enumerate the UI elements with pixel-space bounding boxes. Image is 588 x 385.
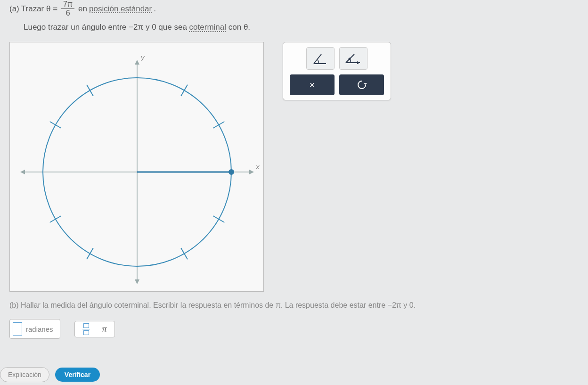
answer-input[interactable] — [13, 322, 22, 336]
verify-button[interactable]: Verificar — [55, 368, 100, 382]
answer-row: radianes π — [9, 319, 579, 339]
period: . — [154, 2, 156, 15]
part-a-label: (a) — [9, 2, 19, 15]
term-coterminal[interactable]: coterminal — [189, 23, 226, 32]
svg-line-7 — [213, 122, 224, 128]
x-axis-arrow-left — [20, 170, 25, 174]
answer-box[interactable]: radianes — [9, 319, 60, 339]
line2-prefix: Luego trazar un ángulo entre — [24, 23, 126, 32]
y-axis-arrow-down — [135, 279, 139, 284]
clear-button[interactable]: × — [290, 74, 335, 95]
svg-line-1 — [181, 248, 188, 259]
part-a-line1: (a) Trazar θ = 7π 6 en posición estándar… — [9, 0, 579, 17]
svg-line-2 — [87, 248, 93, 259]
unit-radianes: radianes — [26, 325, 53, 333]
part-b-text: (b) Hallar la medida del ángulo cotermin… — [9, 301, 579, 310]
and-word: y — [146, 23, 150, 32]
theta-fraction: 7π 6 — [61, 0, 74, 17]
ray-angle-tool-button[interactable] — [339, 47, 368, 70]
part-a-mid: en — [78, 2, 87, 15]
part-a-line2: Luego trazar un ángulo entre −2π y 0 que… — [24, 21, 579, 33]
svg-marker-8 — [357, 61, 360, 64]
fraction-top-icon — [83, 323, 89, 328]
pi-keypad-button[interactable]: π — [102, 324, 107, 335]
close-icon: × — [310, 80, 315, 90]
svg-line-3 — [50, 216, 61, 222]
y-axis-arrow-up — [135, 60, 139, 65]
fraction-bottom-icon — [83, 330, 89, 335]
angle-tool-button[interactable] — [306, 47, 335, 70]
reset-icon — [357, 80, 367, 90]
line2-suffix: con θ. — [229, 23, 250, 32]
term-posicion-estandar[interactable]: posición estándar — [89, 2, 152, 15]
reset-button[interactable] — [339, 74, 384, 95]
unit-circle-svg[interactable]: x y — [10, 42, 264, 292]
neg-2pi: −2π — [129, 23, 143, 32]
svg-marker-10 — [364, 83, 367, 85]
bottom-bar: Explicación Verificar — [0, 367, 100, 382]
tool-row-shapes — [288, 47, 386, 70]
tool-panel: × — [283, 42, 391, 100]
svg-line-5 — [87, 85, 93, 96]
part-a-prefix: Trazar θ = — [21, 2, 57, 15]
fraction-denominator: 6 — [64, 9, 72, 17]
explain-button[interactable]: Explicación — [0, 367, 49, 382]
mid2: que sea — [158, 23, 187, 32]
ray-endpoint[interactable] — [229, 169, 234, 175]
tool-row-actions: × — [288, 74, 386, 95]
fraction-keypad-button[interactable] — [82, 323, 90, 336]
svg-line-0 — [213, 216, 224, 222]
fraction-numerator: 7π — [61, 0, 74, 9]
x-axis-arrow-right — [249, 170, 254, 174]
svg-point-9 — [349, 58, 351, 60]
zero: 0 — [152, 23, 156, 32]
keypad-group: π — [74, 321, 115, 338]
ray-angle-icon — [344, 51, 363, 66]
svg-line-4 — [50, 122, 61, 128]
fraction-bar-icon — [82, 329, 90, 330]
y-label: y — [140, 53, 145, 61]
content-row: x y — [9, 42, 579, 292]
x-label: x — [255, 163, 260, 171]
angle-icon — [312, 51, 329, 66]
svg-line-6 — [181, 85, 188, 96]
unit-circle-panel[interactable]: x y — [9, 42, 264, 292]
